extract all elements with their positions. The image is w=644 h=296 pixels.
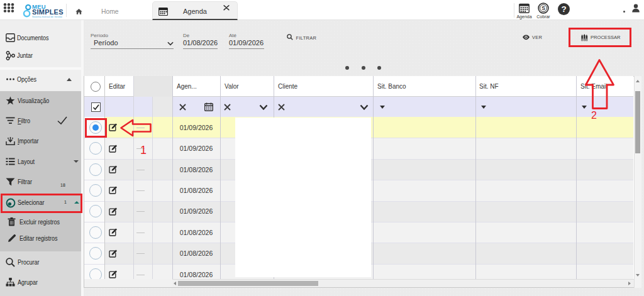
- svg-text:S: S: [541, 5, 545, 11]
